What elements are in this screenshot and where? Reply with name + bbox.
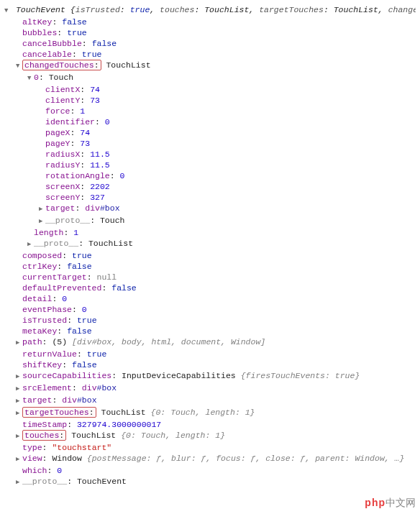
row-path[interactable]: ▶path: (5) [div#box, body, html, documen… <box>4 336 416 349</box>
elem-id: #box <box>97 383 117 393</box>
prop-val: 11.5 <box>90 150 110 159</box>
prop-key: type <box>22 443 42 452</box>
chevron-right-icon: ▶ <box>39 204 45 215</box>
prop-key: force <box>45 106 70 116</box>
row-clientX[interactable]: clientX: 74 <box>4 84 416 95</box>
row-type[interactable]: type: "touchstart" <box>4 442 416 453</box>
prop-val: true <box>87 349 107 359</box>
elem-tag: div <box>85 203 100 213</box>
chevron-right-icon: ▶ <box>16 338 22 349</box>
chevron-right-icon: ▶ <box>16 477 22 488</box>
prop-val: 0 <box>105 117 110 127</box>
prop-val: 2202 <box>90 182 110 191</box>
prop-key: srcElement <box>22 383 72 393</box>
preview-key: changedTou <box>388 5 416 14</box>
preview-val: true <box>130 5 150 14</box>
row-identifier[interactable]: identifier: 0 <box>4 116 416 127</box>
prop-val: TouchList <box>88 239 133 248</box>
row-pageY[interactable]: pageY: 73 <box>4 138 416 149</box>
prop-preview: [div#box, body, html, document, Window] <box>72 337 265 347</box>
row-timeStamp[interactable]: timeStamp: 327974.3000000017 <box>4 419 416 430</box>
row-isTrusted[interactable]: isTrusted: true <box>4 315 416 326</box>
row-ct-0[interactable]: ▼0: Touch <box>4 72 416 84</box>
row-ct-proto[interactable]: ▶__proto__: TouchList <box>4 238 416 250</box>
prop-val: Touch <box>49 73 74 82</box>
row-changedTouches[interactable]: ▼changedTouches: TouchList <box>4 60 416 72</box>
row-proto[interactable]: ▶__proto__: TouchEvent <box>4 476 416 488</box>
chevron-right-icon: ▶ <box>16 372 22 382</box>
row-bubbles[interactable]: bubbles: true <box>4 27 416 38</box>
chevron-right-icon: ▶ <box>16 454 22 465</box>
row-currentTarget[interactable]: currentTarget: null <box>4 272 416 283</box>
row-force[interactable]: force: 1 <box>4 106 416 116</box>
prop-key: shiftKey <box>22 360 62 370</box>
row-radiusY[interactable]: radiusY: 11.5 <box>4 160 416 170</box>
prop-val: TouchList <box>101 408 146 417</box>
row-touch-proto[interactable]: ▶__proto__: Touch <box>4 215 416 227</box>
chevron-down-icon: ▼ <box>4 6 10 17</box>
row-radiusX[interactable]: radiusX: 11.5 <box>4 149 416 160</box>
elem-id: #box <box>77 395 97 405</box>
prop-val: 5 <box>57 337 62 347</box>
row-target[interactable]: ▶target: div#box <box>4 395 416 407</box>
prop-key: screenY <box>45 193 80 202</box>
row-shiftKey[interactable]: shiftKey: false <box>4 359 416 370</box>
prop-key: targetTouches <box>24 408 89 417</box>
elem-id: #box <box>100 203 120 213</box>
prop-val: TouchEvent <box>77 477 127 486</box>
prop-key: clientY <box>45 96 80 105</box>
row-eventPhase[interactable]: eventPhase: 0 <box>4 304 416 315</box>
prop-val: 1 <box>80 106 85 116</box>
row-targetTouches[interactable]: ▶targetTouches: TouchList {0: Touch, len… <box>4 407 416 419</box>
row-rotationAngle[interactable]: rotationAngle: 0 <box>4 170 416 181</box>
prop-val: true <box>77 316 97 325</box>
prop-val: 1 <box>73 228 78 237</box>
row-touch-target[interactable]: ▶target: div#box <box>4 203 416 215</box>
row-clientY[interactable]: clientY: 73 <box>4 95 416 106</box>
row-ct-length[interactable]: length: 1 <box>4 227 416 238</box>
row-altKey[interactable]: altKey: false <box>4 17 416 27</box>
prop-val: 0 <box>62 294 67 303</box>
prop-key: target <box>45 203 75 213</box>
prop-val: TouchList <box>71 431 116 440</box>
chevron-down-icon: ▼ <box>16 61 22 72</box>
row-metaKey[interactable]: metaKey: false <box>4 326 416 336</box>
row-sourceCapabilities[interactable]: ▶sourceCapabilities: InputDeviceCapabili… <box>4 370 416 382</box>
row-touches[interactable]: ▶touches: TouchList {0: Touch, length: 1… <box>4 430 416 442</box>
root-object[interactable]: ▼ TouchEvent {isTrusted: true, touches: … <box>4 4 416 17</box>
row-cancelable[interactable]: cancelable: true <box>4 49 416 60</box>
prop-key: composed <box>22 251 62 260</box>
prop-preview: {0: Touch, length: 1} <box>151 408 255 417</box>
prop-val: Window <box>52 454 81 463</box>
row-cancelBubble[interactable]: cancelBubble: false <box>4 38 416 49</box>
row-defaultPrevented[interactable]: defaultPrevented: false <box>4 283 416 293</box>
prop-key: cancelBubble <box>22 39 82 48</box>
prop-key: length <box>34 228 63 237</box>
row-composed[interactable]: composed: true <box>4 250 416 261</box>
prop-val: 0 <box>57 466 62 475</box>
row-which[interactable]: which: 0 <box>4 465 416 476</box>
chevron-right-icon: ▶ <box>16 431 22 442</box>
prop-val: 0 <box>82 305 87 314</box>
prop-val: false <box>92 39 117 48</box>
preview-key: targetTouches <box>259 5 324 14</box>
row-view[interactable]: ▶view: Window {postMessage: ƒ, blur: ƒ, … <box>4 453 416 465</box>
prop-key: rotationAngle <box>45 171 110 180</box>
row-ctrlKey[interactable]: ctrlKey: false <box>4 261 416 272</box>
prop-key: bubbles <box>22 28 57 37</box>
row-srcElement[interactable]: ▶srcElement: div#box <box>4 382 416 395</box>
prop-val: false <box>62 17 87 27</box>
prop-key: __proto__ <box>45 216 90 225</box>
prop-key: metaKey <box>22 326 57 336</box>
preview-key: isTrusted <box>76 5 120 14</box>
prop-key: sourceCapabilities <box>22 371 111 380</box>
row-screenX[interactable]: screenX: 2202 <box>4 181 416 192</box>
prop-val: 74 <box>80 128 90 137</box>
row-returnValue[interactable]: returnValue: true <box>4 349 416 359</box>
row-pageX[interactable]: pageX: 74 <box>4 127 416 138</box>
prop-val: Touch <box>100 216 125 225</box>
row-detail[interactable]: detail: 0 <box>4 293 416 304</box>
prop-key: touches <box>24 431 59 440</box>
chevron-right-icon: ▶ <box>16 384 22 395</box>
row-screenY[interactable]: screenY: 327 <box>4 192 416 203</box>
